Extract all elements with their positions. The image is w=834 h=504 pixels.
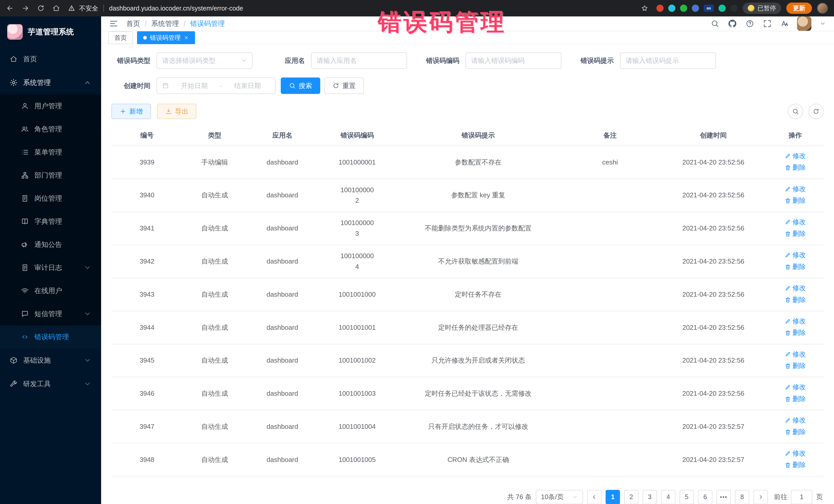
edit-link[interactable]: 修改 (785, 184, 806, 195)
edit-link[interactable]: 修改 (785, 448, 806, 459)
cell-app: dashboard (247, 443, 318, 476)
add-button[interactable]: 新增 (111, 104, 151, 119)
sidebar-item-audit-log[interactable]: 审计日志 (0, 256, 101, 279)
page-button-8[interactable]: 8 (735, 490, 749, 504)
edit-link[interactable]: 修改 (785, 349, 806, 360)
page-button-4[interactable]: 4 (661, 490, 675, 504)
sidebar-item-infra[interactable]: 基础设施 (0, 349, 101, 372)
error-type-select[interactable]: 请选择错误码类型 (156, 52, 253, 69)
goto-page-input[interactable] (791, 490, 812, 504)
sidebar-item-dict[interactable]: 字典管理 (0, 210, 101, 233)
fullscreen-icon[interactable] (763, 20, 771, 28)
edit-link[interactable]: 修改 (785, 382, 806, 393)
delete-link[interactable]: 删除 (785, 262, 806, 272)
help-icon[interactable] (746, 20, 754, 28)
page-button-1[interactable]: 1 (606, 490, 620, 504)
edit-link[interactable]: 修改 (785, 250, 806, 261)
pagination-next-button[interactable] (753, 490, 768, 504)
export-button[interactable]: 导出 (157, 104, 197, 119)
cell-hint: 不允许获取敏感配置到前端 (396, 245, 560, 278)
cell-remark (560, 344, 660, 377)
page-button-5[interactable]: 5 (680, 490, 694, 504)
sidebar-item-home[interactable]: 首页 (0, 47, 101, 71)
edit-link[interactable]: 修改 (785, 151, 806, 161)
blue-grid-extension[interactable] (692, 5, 699, 12)
delete-link[interactable]: 删除 (785, 360, 806, 371)
menu-fold-icon[interactable] (109, 19, 118, 28)
magnifier-icon[interactable] (788, 104, 803, 119)
sidebar-item-post[interactable]: 岗位管理 (0, 187, 101, 210)
app-logo[interactable]: 芋道管理系统 (0, 17, 101, 47)
sidebar-item-sms[interactable]: 短信管理 (0, 302, 101, 325)
delete-link[interactable]: 删除 (785, 294, 806, 305)
font-size-icon[interactable] (781, 20, 789, 28)
home-icon[interactable] (52, 4, 60, 12)
tab-error-code[interactable]: 错误码管理 (137, 31, 195, 44)
page-button-3[interactable]: 3 (642, 490, 657, 504)
page-ellipsis[interactable]: ••• (717, 490, 731, 504)
sidebar-item-system[interactable]: 系统管理 (0, 71, 101, 94)
sidebar-item-online-user[interactable]: 在线用户 (0, 279, 101, 302)
chevron-down-icon (83, 310, 92, 318)
delete-link[interactable]: 删除 (785, 327, 806, 338)
dark-pin-extension[interactable] (730, 5, 738, 12)
edit-link[interactable]: 修改 (785, 316, 806, 327)
forward-icon[interactable] (22, 4, 29, 12)
table-row: 3943自动生成dashboard1001001000定时任务不存在2021-0… (111, 278, 824, 311)
search-icon[interactable] (711, 20, 719, 28)
cell-actions: 修改删除 (767, 245, 824, 278)
bookmark-star-icon[interactable] (641, 5, 648, 12)
search-button[interactable]: 搜索 (281, 78, 320, 94)
page-button-6[interactable]: 6 (698, 490, 712, 504)
cell-id: 3944 (111, 311, 183, 344)
breadcrumb-separator: / (145, 20, 147, 28)
delete-link[interactable]: 删除 (785, 394, 806, 404)
tab-home[interactable]: 首页 (108, 31, 133, 44)
error-code-input[interactable] (465, 52, 562, 69)
error-hint-input[interactable] (620, 52, 716, 69)
browser-profile-avatar[interactable] (817, 3, 828, 14)
chevron-down-icon[interactable] (820, 21, 826, 27)
sidebar-item-role[interactable]: 角色管理 (0, 117, 101, 140)
delete-link[interactable]: 删除 (785, 162, 806, 173)
sidebar-item-user[interactable]: 用户管理 (0, 94, 101, 117)
edit-link[interactable]: 修改 (785, 283, 806, 293)
update-button[interactable]: 更新 (786, 3, 812, 14)
sidebar-item-error-code[interactable]: 错误码管理 (0, 325, 101, 349)
app-name-input[interactable] (311, 52, 407, 69)
edit-link[interactable]: 修改 (785, 217, 806, 227)
teal-drop-extension[interactable] (668, 5, 675, 12)
pagination-prev-button[interactable] (587, 490, 601, 504)
cell-remark (560, 245, 660, 278)
date-range-picker[interactable]: 开始日期 - 结束日期 (156, 78, 276, 94)
red-circle-extension[interactable] (656, 5, 664, 12)
delete-link[interactable]: 删除 (785, 427, 806, 438)
page-size-select[interactable]: 10条/页 (536, 490, 583, 504)
sidebar-item-devtools[interactable]: 研发工具 (0, 372, 101, 396)
breadcrumb-item[interactable]: 错误码管理 (190, 19, 225, 28)
cell-app: dashboard (247, 311, 318, 344)
sidebar-item-menu[interactable]: 菜单管理 (0, 140, 101, 164)
page-button-2[interactable]: 2 (624, 490, 638, 504)
user-avatar[interactable] (797, 17, 811, 31)
breadcrumb-item[interactable]: 系统管理 (151, 19, 179, 28)
green-leaf-extension[interactable] (719, 5, 726, 12)
sidebar-item-dept[interactable]: 部门管理 (0, 164, 101, 187)
delete-link[interactable]: 删除 (785, 460, 806, 470)
reload-icon[interactable] (37, 4, 45, 12)
paused-badge[interactable]: 已暂停 (743, 3, 781, 14)
github-icon[interactable] (728, 20, 737, 28)
reset-button[interactable]: 重置 (324, 78, 364, 94)
green-check-extension[interactable] (680, 5, 687, 12)
close-icon[interactable] (184, 35, 189, 40)
refresh-icon[interactable] (808, 104, 824, 119)
breadcrumb-item[interactable]: 首页 (126, 19, 140, 28)
delete-link[interactable]: 删除 (785, 195, 806, 206)
delete-link[interactable]: 删除 (785, 228, 806, 239)
on-badge-extension[interactable]: on (704, 5, 714, 12)
address-bar[interactable]: 不安全 dashboard.yudao.iocoder.cn/system/er… (65, 2, 651, 15)
sidebar-item-notice[interactable]: 通知公告 (0, 233, 101, 256)
edit-link[interactable]: 修改 (785, 415, 806, 426)
cell-hint: 只有开启状态的任务，才可以修改 (396, 410, 560, 443)
back-icon[interactable] (6, 4, 14, 12)
